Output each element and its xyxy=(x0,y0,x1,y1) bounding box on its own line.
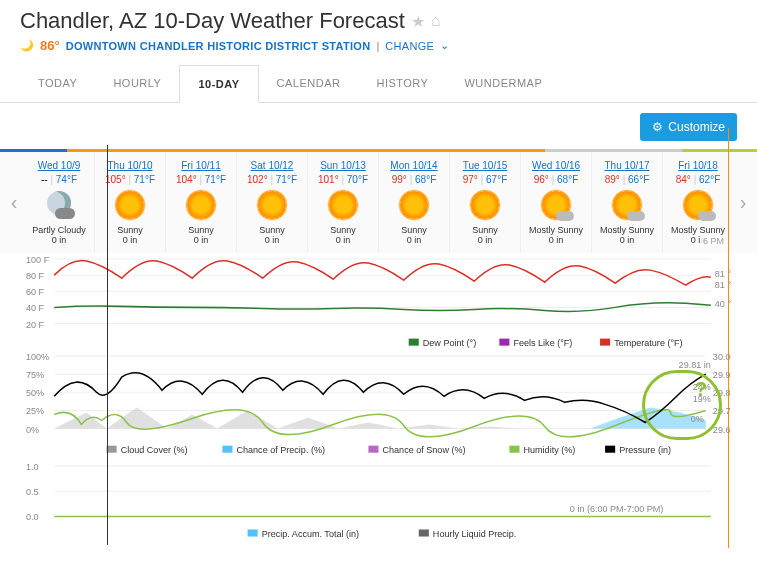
svg-text:0.0: 0.0 xyxy=(26,513,39,523)
day-card[interactable]: Wed 10/16 96° | 68°F Mostly Sunny 0 in xyxy=(521,152,592,253)
day-date[interactable]: Fri 10/11 xyxy=(168,160,234,171)
precip-chart[interactable]: 1.0 0.5 0.0 0 in (6:00 PM-7:00 PM) Preci… xyxy=(26,460,731,541)
day-temps: -- | 74°F xyxy=(26,174,92,185)
day-card[interactable]: Fri 10/11 104° | 71°F Sunny 0 in xyxy=(166,152,237,253)
svg-text:75%: 75% xyxy=(26,370,44,380)
day-temps: 89° | 66°F xyxy=(594,174,660,185)
svg-text:Pressure (in): Pressure (in) xyxy=(619,444,671,454)
svg-rect-13 xyxy=(409,339,419,346)
day-temps: 84° | 62°F xyxy=(665,174,731,185)
station-link[interactable]: DOWNTOWN CHANDLER HISTORIC DISTRICT STAT… xyxy=(66,40,371,52)
svg-text:25%: 25% xyxy=(26,406,44,416)
carousel-next[interactable]: › xyxy=(733,191,753,214)
temperature-chart[interactable]: 100 F 80 F 60 F 40 F 20 F 81 °F 81 °F 40… xyxy=(26,253,731,352)
weather-icon xyxy=(325,187,361,223)
day-card[interactable]: Wed 10/9 -- | 74°F Partly Cloudy 0 in xyxy=(24,152,95,253)
svg-rect-38 xyxy=(107,445,117,452)
svg-text:Cloud Cover (%): Cloud Cover (%) xyxy=(121,444,188,454)
home-icon[interactable]: ⌂ xyxy=(431,12,441,30)
day-card[interactable]: Mon 10/14 99° | 68°F Sunny 0 in xyxy=(379,152,450,253)
day-precip: 0 in xyxy=(26,235,92,245)
day-date[interactable]: Sun 10/13 xyxy=(310,160,376,171)
day-precip: 0 in xyxy=(239,235,305,245)
gear-icon: ⚙ xyxy=(652,120,663,134)
svg-rect-46 xyxy=(605,445,615,452)
day-condition: Partly Cloudy xyxy=(26,225,92,235)
weather-icon xyxy=(538,187,574,223)
svg-text:Precip. Accum. Total (in): Precip. Accum. Total (in) xyxy=(262,529,359,539)
day-card[interactable]: Thu 10/17 89° | 66°F Mostly Sunny 0 in xyxy=(592,152,663,253)
day-precip: 0 in xyxy=(381,235,447,245)
day-precip: 0 in xyxy=(523,235,589,245)
day-date[interactable]: Wed 10/9 xyxy=(26,160,92,171)
day-date[interactable]: Thu 10/17 xyxy=(594,160,660,171)
day-temps: 101° | 70°F xyxy=(310,174,376,185)
svg-rect-40 xyxy=(222,445,232,452)
svg-rect-58 xyxy=(419,530,429,537)
day-precip: 0 in xyxy=(452,235,518,245)
day-card[interactable]: Sun 10/13 101° | 70°F Sunny 0 in xyxy=(308,152,379,253)
tabs-bar: TODAY HOURLY 10-DAY CALENDAR HISTORY WUN… xyxy=(0,65,757,103)
svg-text:Dew Point (°): Dew Point (°) xyxy=(423,338,476,348)
weather-icon xyxy=(467,187,503,223)
svg-text:20 F: 20 F xyxy=(26,320,45,330)
day-condition: Mostly Sunny xyxy=(523,225,589,235)
svg-text:100%: 100% xyxy=(26,352,49,362)
hover-timestamp: 6 PM xyxy=(700,235,727,247)
day-date[interactable]: Mon 10/14 xyxy=(381,160,447,171)
change-station-link[interactable]: CHANGE xyxy=(385,40,434,52)
day-date[interactable]: Wed 10/16 xyxy=(523,160,589,171)
svg-text:0.5: 0.5 xyxy=(26,488,39,498)
day-card[interactable]: Thu 10/10 105° | 71°F Sunny 0 in xyxy=(95,152,166,253)
day-condition: Sunny xyxy=(452,225,518,235)
svg-text:Hourly Liquid Precip.: Hourly Liquid Precip. xyxy=(433,529,516,539)
page-title: Chandler, AZ 10-Day Weather Forecast xyxy=(20,8,405,34)
svg-rect-15 xyxy=(499,339,509,346)
day-condition: Mostly Sunny xyxy=(594,225,660,235)
day-condition: Mostly Sunny xyxy=(665,225,731,235)
svg-text:0%: 0% xyxy=(26,424,39,434)
svg-text:Chance of Snow (%): Chance of Snow (%) xyxy=(383,444,466,454)
day-temps: 104° | 71°F xyxy=(168,174,234,185)
svg-rect-44 xyxy=(509,445,519,452)
day-condition: Sunny xyxy=(310,225,376,235)
tab-today[interactable]: TODAY xyxy=(20,65,95,102)
day-date[interactable]: Fri 10/18 xyxy=(665,160,731,171)
day-condition: Sunny xyxy=(239,225,305,235)
humidity-pressure-chart[interactable]: 100% 75% 50% 25% 0% 30.00 29.91 29.82 29… xyxy=(26,352,731,461)
day-card[interactable]: Sat 10/12 102° | 71°F Sunny 0 in xyxy=(237,152,308,253)
tab-10day[interactable]: 10-DAY xyxy=(179,65,258,103)
user-annotation-question: ? xyxy=(695,378,707,401)
svg-text:Feels Like (°F): Feels Like (°F) xyxy=(513,338,572,348)
customize-button[interactable]: ⚙ Customize xyxy=(640,113,737,141)
day-date[interactable]: Tue 10/15 xyxy=(452,160,518,171)
svg-text:50%: 50% xyxy=(26,388,44,398)
tab-wundermap[interactable]: WUNDERMAP xyxy=(446,65,560,102)
svg-text:Humidity (%): Humidity (%) xyxy=(524,444,576,454)
day-date[interactable]: Sat 10/12 xyxy=(239,160,305,171)
day-condition: Sunny xyxy=(381,225,447,235)
tab-history[interactable]: HISTORY xyxy=(358,65,446,102)
day-card[interactable]: Tue 10/15 97° | 67°F Sunny 0 in xyxy=(450,152,521,253)
svg-text:40 F: 40 F xyxy=(26,303,45,313)
tab-hourly[interactable]: HOURLY xyxy=(95,65,179,102)
chevron-down-icon[interactable]: ⌄ xyxy=(440,39,449,52)
weather-icon xyxy=(680,187,716,223)
star-icon[interactable]: ★ xyxy=(411,12,425,31)
hover-time-marker xyxy=(728,128,729,548)
day-temps: 99° | 68°F xyxy=(381,174,447,185)
moon-icon-small: 🌙 xyxy=(20,39,34,52)
current-time-marker xyxy=(107,145,108,545)
day-precip: 0 in xyxy=(168,235,234,245)
days-row: Wed 10/9 -- | 74°F Partly Cloudy 0 in Th… xyxy=(24,152,733,253)
svg-text:29.81 in: 29.81 in xyxy=(679,360,711,370)
current-temp: 86° xyxy=(40,38,60,53)
weather-icon xyxy=(41,187,77,223)
svg-text:Chance of Precip. (%): Chance of Precip. (%) xyxy=(237,444,326,454)
carousel-prev[interactable]: ‹ xyxy=(4,191,24,214)
svg-text:60 F: 60 F xyxy=(26,287,45,297)
svg-text:1.0: 1.0 xyxy=(26,463,39,473)
svg-text:0 in (6:00 PM-7:00 PM): 0 in (6:00 PM-7:00 PM) xyxy=(570,505,664,515)
tab-calendar[interactable]: CALENDAR xyxy=(259,65,359,102)
weather-icon xyxy=(396,187,432,223)
